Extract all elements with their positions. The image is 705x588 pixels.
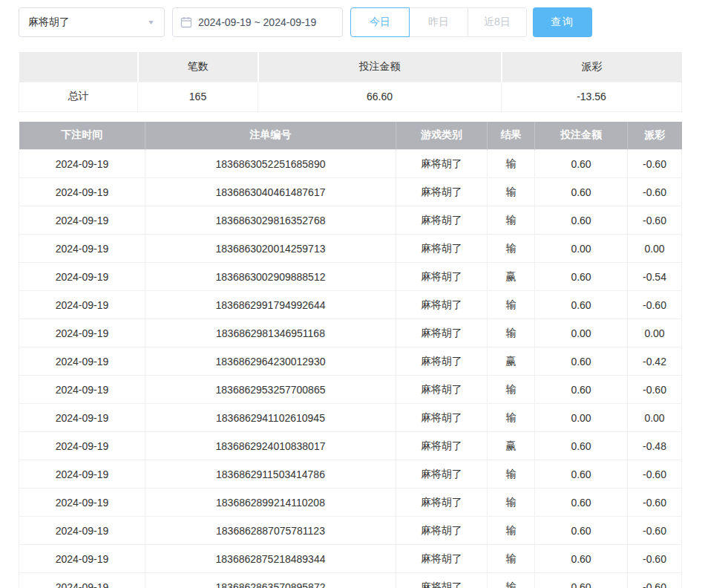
table-row: 2024-09-19 1836862964230012930 麻将胡了 赢 0.…	[19, 347, 682, 376]
summary-total-payout: -13.56	[502, 82, 682, 111]
cell-bet-time: 2024-09-19	[19, 489, 145, 517]
cell-payout: -0.60	[628, 573, 682, 588]
cell-result: 输	[488, 319, 535, 347]
summary-header-bet-amount: 投注金额	[258, 52, 502, 82]
cell-game-type: 麻将胡了	[396, 150, 488, 178]
summary-total-bet-amount: 66.60	[258, 82, 502, 111]
cell-payout: 0.00	[628, 235, 682, 263]
cell-game-type: 麻将胡了	[396, 517, 488, 545]
table-row: 2024-09-19 1836863040461487617 麻将胡了 输 0.…	[19, 178, 682, 206]
table-row: 2024-09-19 1836862899214110208 麻将胡了 输 0.…	[19, 489, 682, 517]
summary-total-count: 165	[138, 82, 258, 111]
cell-bet-amount: 0.60	[535, 573, 628, 588]
cell-payout: -0.60	[628, 291, 682, 319]
cell-order-id: 1836862953257700865	[145, 376, 396, 404]
cell-order-id: 1836862911503414786	[145, 460, 396, 489]
cell-bet-amount: 0.60	[535, 460, 628, 489]
cell-bet-time: 2024-09-19	[19, 432, 145, 460]
cell-order-id: 1836862899214110208	[145, 489, 396, 517]
quick-btn-today-label: 今日	[370, 16, 390, 29]
cell-result: 输	[488, 150, 535, 178]
cell-bet-time: 2024-09-19	[19, 404, 145, 432]
cell-order-id: 1836863020014259713	[145, 235, 396, 263]
cell-payout: -0.60	[628, 460, 682, 489]
header-result: 结果	[488, 122, 535, 150]
cell-order-id: 1836862863570895872	[145, 573, 396, 588]
cell-game-type: 麻将胡了	[396, 432, 488, 460]
cell-game-type: 麻将胡了	[396, 376, 488, 404]
quick-btn-yesterday-label: 昨日	[428, 16, 449, 29]
cell-bet-time: 2024-09-19	[19, 150, 145, 178]
quick-btn-yesterday[interactable]: 昨日	[410, 7, 468, 37]
quick-btn-today[interactable]: 今日	[350, 7, 410, 37]
cell-bet-amount: 0.60	[535, 376, 628, 404]
bet-table-header-row: 下注时间 注单编号 游戏类别 结果 投注金额 派彩	[19, 122, 682, 150]
summary-header-row: 笔数 投注金额 派彩	[19, 52, 682, 82]
cell-bet-time: 2024-09-19	[19, 291, 145, 319]
cell-bet-time: 2024-09-19	[19, 460, 145, 489]
cell-bet-amount: 0.60	[535, 517, 628, 545]
table-row: 2024-09-19 1836863002909888512 麻将胡了 赢 0.…	[19, 263, 682, 291]
cell-order-id: 1836862875218489344	[145, 545, 396, 573]
summary-table: 笔数 投注金额 派彩 总计 165 66.60 -13.56	[19, 52, 682, 112]
header-game-type: 游戏类别	[396, 122, 488, 150]
cell-result: 输	[488, 517, 535, 545]
table-row: 2024-09-19 1836862911503414786 麻将胡了 输 0.…	[19, 460, 682, 489]
cell-bet-time: 2024-09-19	[19, 178, 145, 206]
cell-game-type: 麻将胡了	[396, 404, 488, 432]
cell-bet-time: 2024-09-19	[19, 263, 145, 291]
header-order-id: 注单编号	[145, 122, 396, 150]
cell-bet-amount: 0.60	[535, 206, 628, 235]
header-bet-amount: 投注金额	[535, 122, 628, 150]
cell-order-id: 1836863029816352768	[145, 206, 396, 235]
cell-order-id: 1836863040461487617	[145, 178, 396, 206]
cell-result: 赢	[488, 347, 535, 376]
summary-header-count: 笔数	[138, 52, 258, 82]
cell-payout: -0.60	[628, 489, 682, 517]
cell-game-type: 麻将胡了	[396, 206, 488, 235]
table-row: 2024-09-19 1836863052251685890 麻将胡了 输 0.…	[19, 150, 682, 178]
table-row: 2024-09-19 1836862981346951168 麻将胡了 输 0.…	[19, 319, 682, 347]
date-range-input[interactable]: 2024-09-19 ~ 2024-09-19	[172, 7, 343, 37]
summary-total-row: 总计 165 66.60 -13.56	[19, 82, 682, 111]
quick-btn-last8days-label: 近8日	[484, 16, 511, 29]
cell-bet-amount: 0.60	[535, 489, 628, 517]
quick-btn-last8days[interactable]: 近8日	[468, 7, 527, 37]
table-row: 2024-09-19 1836863020014259713 麻将胡了 输 0.…	[19, 235, 682, 263]
cell-payout: -0.60	[628, 206, 682, 235]
table-row: 2024-09-19 1836862924010838017 麻将胡了 赢 0.…	[19, 432, 682, 460]
cell-payout: 0.00	[628, 319, 682, 347]
date-range-value: 2024-09-19 ~ 2024-09-19	[198, 16, 316, 28]
cell-result: 输	[488, 206, 535, 235]
cell-game-type: 麻将胡了	[396, 263, 488, 291]
cell-bet-time: 2024-09-19	[19, 545, 145, 573]
calendar-icon	[180, 16, 192, 28]
cell-bet-amount: 0.00	[535, 404, 628, 432]
cell-payout: -0.54	[628, 263, 682, 291]
bet-table: 下注时间 注单编号 游戏类别 结果 投注金额 派彩 2024-09-19 183…	[19, 122, 682, 588]
cell-bet-time: 2024-09-19	[19, 517, 145, 545]
cell-bet-time: 2024-09-19	[19, 376, 145, 404]
page: 麻将胡了 ▼ 2024-09-19 ~ 2024-09-19 今日 昨日	[0, 0, 705, 588]
game-select-value: 麻将胡了	[28, 16, 70, 29]
cell-result: 输	[488, 460, 535, 489]
cell-payout: -0.60	[628, 517, 682, 545]
cell-game-type: 麻将胡了	[396, 573, 488, 588]
cell-payout: -0.60	[628, 150, 682, 178]
cell-bet-amount: 0.60	[535, 263, 628, 291]
summary-header-payout: 派彩	[502, 52, 682, 82]
game-select[interactable]: 麻将胡了 ▼	[19, 7, 165, 37]
cell-game-type: 麻将胡了	[396, 178, 488, 206]
toolbar: 麻将胡了 ▼ 2024-09-19 ~ 2024-09-19 今日 昨日	[19, 7, 686, 37]
table-row: 2024-09-19 1836862863570895872 麻将胡了 输 0.…	[19, 573, 682, 588]
table-row: 2024-09-19 1836862875218489344 麻将胡了 输 0.…	[19, 545, 682, 573]
summary-total-label: 总计	[19, 82, 138, 111]
cell-result: 输	[488, 545, 535, 573]
cell-game-type: 麻将胡了	[396, 235, 488, 263]
cell-bet-amount: 0.00	[535, 319, 628, 347]
cell-game-type: 麻将胡了	[396, 545, 488, 573]
search-button[interactable]: 查询	[533, 7, 592, 37]
cell-order-id: 1836862924010838017	[145, 432, 396, 460]
cell-order-id: 1836862964230012930	[145, 347, 396, 376]
cell-payout: 0.00	[628, 404, 682, 432]
